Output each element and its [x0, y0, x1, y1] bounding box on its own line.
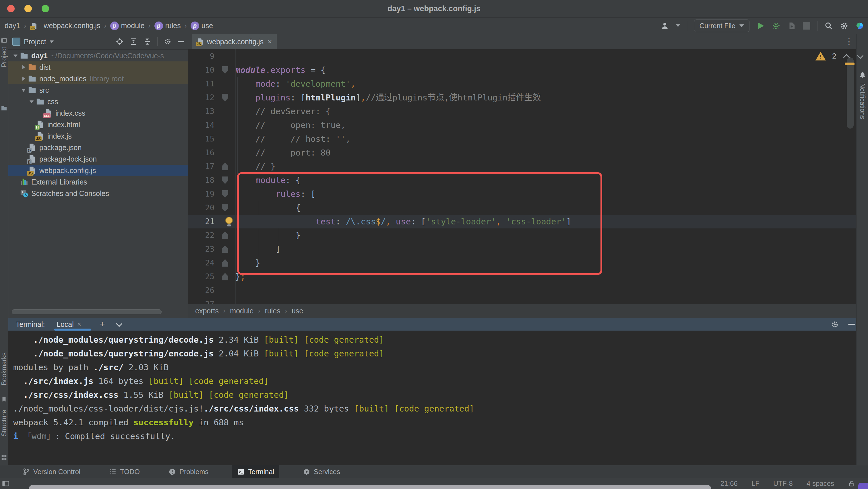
- breadcrumb-label: day1: [5, 22, 20, 30]
- fold-down-icon[interactable]: [222, 204, 228, 211]
- project-panel-header: Project: [8, 34, 188, 50]
- toolwindow-button-todo[interactable]: TODO: [104, 465, 145, 478]
- fold-down-icon[interactable]: [222, 66, 228, 74]
- git-branch-icon: [22, 468, 30, 476]
- search-icon[interactable]: [825, 22, 833, 30]
- terminal-dropdown-icon[interactable]: [115, 321, 123, 328]
- tree-item-webpack-config-js[interactable]: JSwebpack.config.js: [8, 165, 188, 176]
- chevron-closed-icon[interactable]: [20, 73, 28, 85]
- chevron-open-icon[interactable]: [28, 96, 36, 107]
- tool-window-icon[interactable]: [1, 37, 7, 44]
- fold-down-icon[interactable]: [222, 94, 228, 101]
- sidebar-item-project[interactable]: Project: [0, 47, 8, 67]
- tree-item-external-libraries[interactable]: External Libraries: [8, 176, 188, 188]
- toolwindow-button-terminal[interactable]: Terminal: [232, 465, 279, 478]
- tree-item-dist[interactable]: dist: [8, 61, 188, 73]
- breadcrumb-item-day1[interactable]: day1: [5, 22, 20, 30]
- kebab-menu-icon[interactable]: ⋮: [845, 36, 854, 47]
- hide-panel-icon[interactable]: [178, 41, 184, 42]
- sidebar-item-bookmarks[interactable]: Bookmarks: [0, 352, 8, 385]
- run-icon[interactable]: [756, 22, 765, 30]
- fold-up-icon[interactable]: [222, 259, 228, 267]
- folder-icon[interactable]: [1, 105, 7, 111]
- editor-breadcrumb-module[interactable]: module: [230, 307, 253, 315]
- file-icon: JS: [36, 132, 44, 140]
- intention-bulb-icon[interactable]: [225, 217, 233, 226]
- bookmark-icon[interactable]: [1, 396, 7, 402]
- macos-dock[interactable]: [29, 485, 711, 489]
- toolwindow-button-problems[interactable]: Problems: [163, 465, 214, 478]
- debug-icon[interactable]: [772, 22, 780, 30]
- structure-grid-icon[interactable]: [1, 454, 7, 461]
- tree-item-scratches-and-consoles[interactable]: Scratches and Consoles: [8, 188, 188, 199]
- tree-item-css[interactable]: css: [8, 96, 188, 107]
- tree-item-node-modules[interactable]: node_moduleslibrary root: [8, 73, 188, 85]
- tree-item-label: package-lock.json: [39, 155, 97, 163]
- terminal-title: Terminal:: [16, 318, 45, 331]
- previous-problem-icon[interactable]: [842, 53, 850, 60]
- editor-breadcrumb-use[interactable]: use: [291, 307, 303, 315]
- tree-item-index-css[interactable]: cssindex.css: [8, 107, 188, 119]
- file-icon: JS: [28, 166, 36, 175]
- hide-terminal-icon[interactable]: [848, 324, 855, 325]
- locate-file-icon[interactable]: [116, 38, 123, 45]
- terminal-output[interactable]: ./node_modules/querystring/decode.js 2.3…: [13, 333, 474, 443]
- tree-item-index-js[interactable]: JSindex.js: [8, 130, 188, 142]
- fold-up-icon[interactable]: [222, 163, 228, 170]
- fold-up-icon[interactable]: [222, 232, 228, 239]
- fold-up-icon[interactable]: [222, 273, 228, 281]
- breadcrumb-item-rules[interactable]: prules: [154, 22, 181, 30]
- chevron-down-icon[interactable]: [676, 24, 680, 27]
- horizontal-scrollbar[interactable]: [12, 309, 162, 314]
- bell-icon[interactable]: [859, 71, 866, 79]
- editor-breadcrumb-exports[interactable]: exports: [195, 307, 219, 315]
- settings-gear-icon[interactable]: [840, 22, 848, 30]
- tree-item-package-lock-json[interactable]: {}package-lock.json: [8, 153, 188, 165]
- editor-breadcrumb-rules[interactable]: rules: [265, 307, 280, 315]
- close-terminal-tab-icon[interactable]: ×: [77, 320, 81, 328]
- toolwindow-button-services[interactable]: Services: [298, 465, 345, 478]
- toolwindow-button-version-control[interactable]: Version Control: [17, 465, 86, 478]
- tree-item-package-json[interactable]: {}package.json: [8, 142, 188, 153]
- chevron-open-icon[interactable]: [12, 50, 20, 61]
- toolwindow-toggle-icon[interactable]: [2, 480, 10, 487]
- fold-down-icon[interactable]: [222, 190, 228, 198]
- tree-item-label: webpack.config.js: [39, 166, 96, 175]
- warning-icon[interactable]: !: [815, 52, 826, 61]
- tree-item-day1[interactable]: day1~/Documents/Code/VueCode/vue-s: [8, 50, 188, 61]
- breadcrumb-item-use[interactable]: puse: [191, 22, 213, 30]
- editor-tab-webpack-config[interactable]: JS webpack.config.js ×: [192, 34, 277, 50]
- file-encoding[interactable]: UTF-8: [773, 480, 793, 488]
- unlock-icon[interactable]: [848, 480, 855, 487]
- indent-setting[interactable]: 4 spaces: [807, 480, 834, 488]
- caret-position[interactable]: 21:66: [720, 480, 738, 488]
- next-problem-icon[interactable]: [856, 53, 864, 60]
- error-stripe-warning-mark[interactable]: [845, 63, 855, 65]
- chevron-placeholder: [20, 165, 28, 176]
- chevron-open-icon[interactable]: [20, 85, 28, 96]
- macos-dock-item[interactable]: [858, 483, 868, 489]
- panel-settings-gear-icon[interactable]: [164, 38, 172, 45]
- tree-item-index-html[interactable]: Hindex.html: [8, 119, 188, 130]
- sidebar-item-structure[interactable]: Structure: [0, 410, 8, 436]
- breadcrumb-label: module: [121, 22, 145, 30]
- breadcrumb-item-webpack-config-js[interactable]: JSwebpack.config.js: [30, 22, 100, 30]
- line-separator[interactable]: LF: [751, 480, 760, 488]
- new-terminal-icon[interactable]: +: [100, 318, 105, 330]
- fold-down-icon[interactable]: [222, 176, 228, 184]
- chevron-closed-icon[interactable]: [20, 61, 28, 73]
- close-tab-icon[interactable]: ×: [268, 37, 272, 46]
- ide-logo-icon[interactable]: [856, 22, 864, 30]
- editor-scrollbar[interactable]: [847, 57, 854, 129]
- tree-item-label: dist: [39, 63, 51, 71]
- sidebar-item-notifications[interactable]: Notifications: [859, 83, 866, 119]
- user-icon[interactable]: [660, 22, 669, 30]
- expand-all-icon[interactable]: [130, 38, 137, 45]
- collapse-all-icon[interactable]: [144, 38, 151, 45]
- breadcrumb-item-module[interactable]: pmodule: [110, 22, 145, 30]
- tree-item-src[interactable]: src: [8, 85, 188, 96]
- run-configuration-select[interactable]: Current File: [694, 20, 749, 32]
- project-view-selector[interactable]: Project: [12, 34, 54, 50]
- fold-up-icon[interactable]: [222, 246, 228, 253]
- terminal-settings-gear-icon[interactable]: [831, 321, 839, 328]
